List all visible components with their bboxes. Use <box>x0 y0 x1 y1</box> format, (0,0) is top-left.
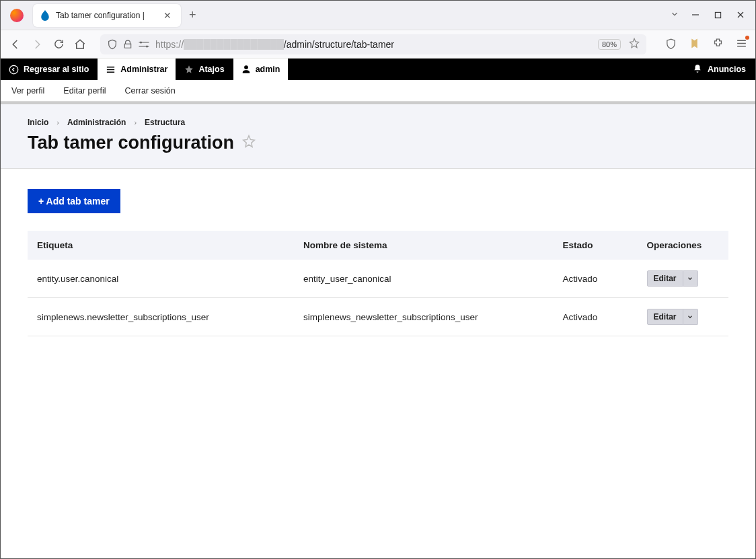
shield-icon[interactable] <box>107 39 118 50</box>
cell-state: Activado <box>553 260 637 298</box>
cell-system-name: simplenews_newsletter_subscriptions_user <box>294 298 554 336</box>
logout-link[interactable]: Cerrar sesión <box>125 86 176 96</box>
col-label: Etiqueta <box>28 231 294 260</box>
window-close-icon[interactable] <box>736 10 745 21</box>
dropbutton-toggle[interactable] <box>683 270 698 287</box>
table-row: simplenews.newsletter_subscriptions_user… <box>28 298 728 336</box>
account-icon[interactable] <box>689 38 700 51</box>
pocket-icon[interactable] <box>665 38 677 51</box>
nav-back-button[interactable] <box>9 38 22 50</box>
zoom-level[interactable]: 80% <box>598 39 621 50</box>
star-icon <box>184 65 194 74</box>
back-to-site-label: Regresar al sitio <box>24 65 89 74</box>
browser-tab[interactable]: Tab tamer configuration | ✕ <box>33 4 181 27</box>
firefox-logo-icon <box>10 9 24 22</box>
table-row: entity.user.canonical entity_user_canoni… <box>28 260 728 298</box>
chevron-right-icon: › <box>134 118 137 126</box>
tab-tamer-table: Etiqueta Nombre de sistema Estado Operac… <box>28 231 728 336</box>
breadcrumb: Inicio › Administración › Estructura <box>28 118 728 127</box>
user-icon <box>241 65 251 74</box>
edit-profile-link[interactable]: Editar perfil <box>63 86 106 96</box>
breadcrumb-admin[interactable]: Administración <box>67 118 126 127</box>
col-state: Estado <box>553 231 637 260</box>
user-menu-link[interactable]: admin <box>233 59 289 80</box>
hamburger-icon <box>106 65 116 75</box>
add-tab-tamer-button[interactable]: + Add tab tamer <box>28 189 120 213</box>
col-operations: Operaciones <box>638 231 728 260</box>
chevron-right-icon: › <box>56 118 59 126</box>
new-tab-button[interactable]: + <box>189 8 196 22</box>
lock-icon[interactable] <box>123 40 133 49</box>
hamburger-menu-icon[interactable] <box>736 38 747 51</box>
edit-button[interactable]: Editar <box>647 270 683 287</box>
nav-home-button[interactable] <box>73 38 87 50</box>
tab-close-icon[interactable]: ✕ <box>161 10 174 21</box>
user-sub-toolbar: Ver perfil Editar perfil Cerrar sesión <box>1 80 755 102</box>
cell-label: simplenews.newsletter_subscriptions_user <box>28 298 294 336</box>
back-to-site-link[interactable]: Regresar al sitio <box>1 59 98 80</box>
shortcuts-label: Atajos <box>198 65 224 74</box>
page-title: Tab tamer configuration <box>28 133 234 153</box>
svg-point-3 <box>9 65 18 74</box>
window-minimize-icon[interactable] <box>691 10 700 21</box>
announcements-label: Anuncios <box>708 65 746 74</box>
extensions-icon[interactable] <box>712 38 724 51</box>
cell-system-name: entity_user_canonical <box>294 260 554 298</box>
browser-url-row: https://███████████████/admin/structure/… <box>1 30 755 59</box>
svg-rect-0 <box>715 12 720 17</box>
nav-reload-button[interactable] <box>52 38 65 50</box>
browser-tab-strip: Tab tamer configuration | ✕ + <box>1 1 755 30</box>
page-header: Inicio › Administración › Estructura Tab… <box>1 102 755 169</box>
admin-toolbar: Regresar al sitio Administrar Atajos adm… <box>1 59 755 80</box>
drupal-icon <box>40 10 50 21</box>
nav-forward-button[interactable] <box>30 38 44 50</box>
manage-link[interactable]: Administrar <box>98 59 176 80</box>
shortcuts-link[interactable]: Atajos <box>176 59 233 80</box>
page-content: + Add tab tamer Etiqueta Nombre de siste… <box>1 169 755 357</box>
dropbutton-toggle[interactable] <box>683 309 698 325</box>
manage-label: Administrar <box>120 65 167 74</box>
url-bar[interactable]: https://███████████████/admin/structure/… <box>100 34 646 54</box>
operations-dropbutton: Editar <box>647 270 698 287</box>
tabs-dropdown-icon[interactable] <box>670 9 679 21</box>
bell-icon <box>693 64 702 75</box>
announcements-link[interactable]: Anuncios <box>683 59 755 80</box>
favorite-star-icon[interactable] <box>242 135 256 152</box>
user-label: admin <box>256 65 280 74</box>
breadcrumb-structure[interactable]: Estructura <box>145 118 185 127</box>
cell-label: entity.user.canonical <box>28 260 294 298</box>
breadcrumb-home[interactable]: Inicio <box>28 118 48 127</box>
edit-button[interactable]: Editar <box>647 309 683 325</box>
bookmark-star-icon[interactable] <box>629 38 640 50</box>
cell-state: Activado <box>553 298 637 336</box>
operations-dropbutton: Editar <box>647 309 698 325</box>
back-circle-icon <box>9 65 19 75</box>
col-system-name: Nombre de sistema <box>294 231 554 260</box>
url-text: https://███████████████/admin/structure/… <box>155 39 593 50</box>
window-maximize-icon[interactable] <box>714 10 722 21</box>
view-profile-link[interactable]: Ver perfil <box>11 86 44 96</box>
tab-title: Tab tamer configuration | <box>56 11 155 20</box>
permissions-icon[interactable] <box>138 40 150 49</box>
